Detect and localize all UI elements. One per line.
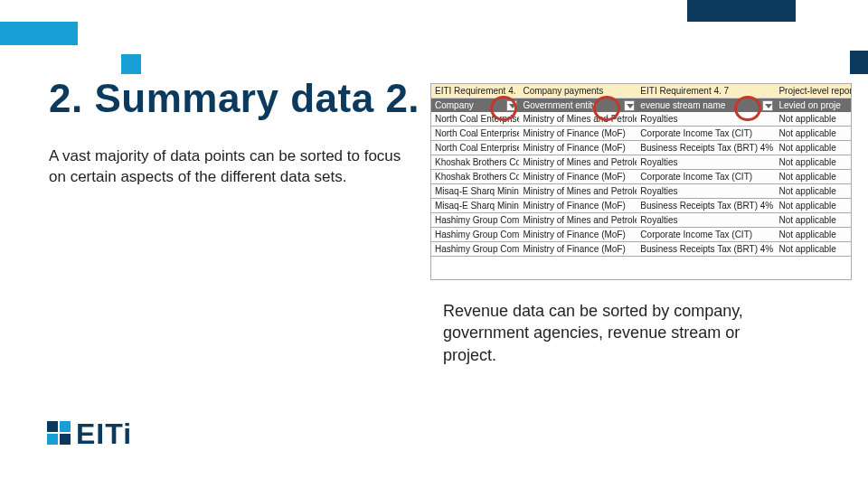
dropdown-icon[interactable] (506, 100, 517, 111)
logo-text: EITi (76, 418, 132, 451)
table-cell: Misaq-E Sharq Mining (431, 199, 519, 213)
decor-bar-navy-top (687, 0, 796, 22)
slide-title: 2. Summary data 2. 0 (49, 76, 454, 121)
table-row: Khoshak Brothers ConMinistry of Mines an… (431, 155, 851, 170)
slide: 2. Summary data 2. 0 A vast majority of … (0, 0, 868, 488)
table-cell: Not applicable (775, 184, 851, 199)
table-cell: Royalties (637, 112, 775, 127)
table-row: Hashimy Group CompMinistry of Finance (M… (431, 228, 851, 242)
header-label: Company (435, 100, 474, 110)
table-cell: Royalties (637, 184, 775, 199)
table-cell: Ministry of Finance (MoF) (519, 242, 637, 257)
topband-cell: EITI Requirement 4. 7 (637, 84, 775, 99)
slide-body: A vast majority of data points can be so… (49, 146, 410, 188)
header-label: evenue stream name (640, 100, 725, 110)
table-cell: Business Receipts Tax (BRT) 4% (637, 242, 775, 257)
table-cell: Hashimy Group Comp (431, 242, 519, 257)
table-cell: Ministry of Mines and Petroleu (519, 184, 637, 199)
table-row: Khoshak Brothers ConMinistry of Finance … (431, 170, 851, 184)
table-cell: Ministry of Mines and Petroleu (519, 155, 637, 170)
column-header-company[interactable]: Company (431, 99, 519, 113)
column-header-project[interactable]: Levied on proje (775, 99, 851, 113)
table-row: Hashimy Group CompMinistry of Finance (M… (431, 242, 851, 257)
table-cell: Not applicable (775, 213, 851, 228)
table-cell: Hashimy Group Comp (431, 228, 519, 242)
table-header-row: Company Government entity evenue stream … (431, 99, 851, 113)
topband-cell: Project-level reporting (775, 84, 851, 99)
table-cell: Ministry of Finance (MoF) (519, 199, 637, 213)
table-row: Misaq-E Sharq MiningMinistry of Mines an… (431, 184, 851, 199)
logo-square (60, 421, 71, 432)
header-label: Government entity (523, 100, 597, 110)
table-cell: Ministry of Finance (MoF) (519, 170, 637, 184)
table-cell: Not applicable (775, 242, 851, 257)
table-row: North Coal EnterpriseMinistry of Finance… (431, 141, 851, 155)
table-cell: Business Receipts Tax (BRT) 4% (637, 141, 775, 155)
table-cell: Hashimy Group Comp (431, 213, 519, 228)
caption-text: Revenue data can be sorted by company, g… (443, 300, 787, 366)
column-header-entity[interactable]: Government entity (519, 99, 637, 113)
table-cell: Royalties (637, 155, 775, 170)
logo-square (47, 421, 58, 432)
table-cell: North Coal Enterprise (431, 141, 519, 155)
logo-square (47, 434, 58, 445)
column-header-stream[interactable]: evenue stream name (637, 99, 775, 113)
table-cell: Royalties (637, 213, 775, 228)
table-cell: Misaq-E Sharq Mining (431, 184, 519, 199)
table-cell: Corporate Income Tax (CIT) (637, 127, 775, 141)
table-cell: Khoshak Brothers Con (431, 155, 519, 170)
table-cell: North Coal Enterprise (431, 112, 519, 127)
table-row: North Coal EnterpriseMinistry of Mines a… (431, 112, 851, 127)
table-cell: Ministry of Mines and Petroleu (519, 112, 637, 127)
table-cell: Not applicable (775, 112, 851, 127)
table-cell: North Coal Enterprise (431, 127, 519, 141)
table-topband: EITI Requirement 4. 1. c Company payment… (431, 84, 851, 99)
dropdown-icon[interactable] (624, 100, 635, 111)
data-table: EITI Requirement 4. 1. c Company payment… (430, 83, 852, 280)
table-row: Misaq-E Sharq MiningMinistry of Finance … (431, 199, 851, 213)
table-cell: Not applicable (775, 127, 851, 141)
table-cell: Not applicable (775, 199, 851, 213)
header-label: Levied on proje (778, 100, 840, 110)
decor-bar-cyan-top (0, 22, 78, 45)
logo-square (60, 434, 71, 445)
eiti-logo: EITi (47, 421, 156, 461)
table-cell: Not applicable (775, 228, 851, 242)
table-cell: Corporate Income Tax (CIT) (637, 170, 775, 184)
table-cell: Not applicable (775, 155, 851, 170)
table-cell: Not applicable (775, 141, 851, 155)
table-cell: Ministry of Finance (MoF) (519, 228, 637, 242)
table-cell: Ministry of Finance (MoF) (519, 141, 637, 155)
table-row: Hashimy Group CompMinistry of Mines and … (431, 213, 851, 228)
decor-square-cyan (121, 54, 141, 74)
table-cell: Ministry of Mines and Petroleu (519, 213, 637, 228)
decor-bar-navy-right (850, 51, 868, 74)
table-cell: Business Receipts Tax (BRT) 4% (637, 199, 775, 213)
table-cell: Not applicable (775, 170, 851, 184)
table-row: North Coal EnterpriseMinistry of Finance… (431, 127, 851, 141)
topband-cell: Company payments (519, 84, 637, 99)
table-cell: Khoshak Brothers Con (431, 170, 519, 184)
table-cell: Corporate Income Tax (CIT) (637, 228, 775, 242)
topband-cell: EITI Requirement 4. 1. c (431, 84, 519, 99)
dropdown-icon[interactable] (762, 100, 773, 111)
table-cell: Ministry of Finance (MoF) (519, 127, 637, 141)
